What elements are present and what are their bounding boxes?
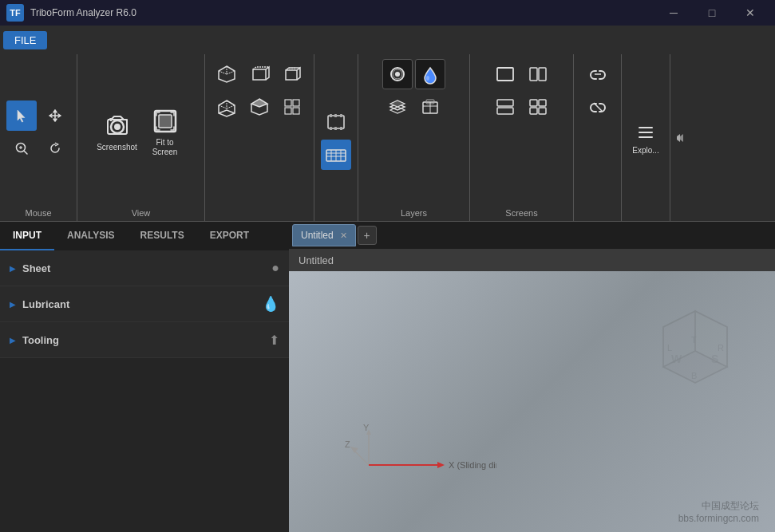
accordion-tooling-header[interactable]: ▶ Tooling ⬆ (0, 322, 289, 357)
tab-results[interactable]: RESULTS (128, 222, 197, 250)
left-panel: INPUT ANALYSIS RESULTS EXPORT ▶ Sheet ● … (0, 222, 289, 532)
canvas-tab-close-icon[interactable]: ✕ (340, 231, 347, 241)
add-canvas-tab-button[interactable]: + (358, 226, 377, 245)
canvas-title-bar: Untitled (289, 249, 775, 271)
app-title: TriboForm Analyzer R6.0 (30, 7, 649, 18)
svg-marker-62 (437, 462, 445, 468)
tab-input[interactable]: INPUT (0, 222, 54, 250)
minimize-button[interactable]: ─ (655, 0, 692, 26)
svg-rect-11 (286, 70, 297, 80)
box-open-button[interactable] (277, 59, 307, 89)
cube-watermark: T L R B W S (647, 303, 743, 402)
svg-text:S: S (711, 353, 718, 365)
box-exploded-button[interactable] (277, 92, 307, 122)
svg-rect-7 (109, 118, 113, 120)
screen-split-v-button[interactable] (490, 92, 520, 122)
close-button[interactable]: ✕ (732, 0, 769, 26)
ribbon-section-objects (205, 54, 314, 221)
ribbon-section-view: Screenshot Fit to Screen View (77, 54, 205, 221)
canvas-tab-untitled[interactable]: Untitled ✕ (292, 224, 356, 246)
screenshot-button[interactable]: Screenshot (97, 105, 138, 160)
svg-rect-39 (539, 68, 546, 81)
window-controls: ─ □ ✕ (655, 0, 769, 26)
accordion-tooling: ▶ Tooling ⬆ (0, 322, 289, 358)
view-section-label: View (132, 205, 151, 218)
watermark-line2: bbs.formingcn.com (678, 513, 759, 524)
coordinate-axis: Y Z X (Sliding direction) (337, 417, 496, 484)
svg-rect-37 (497, 68, 513, 81)
layer-stack-button[interactable] (382, 92, 413, 122)
svg-text:W: W (671, 353, 682, 365)
tab-analysis[interactable]: ANALYSIS (54, 222, 128, 250)
svg-rect-44 (530, 108, 537, 114)
svg-rect-12 (285, 100, 291, 106)
tooling-arrow-icon: ▶ (10, 336, 16, 345)
canvas-tab-label: Untitled (301, 230, 334, 241)
mouse-section-label: Mouse (25, 205, 51, 218)
screen-full-button[interactable] (490, 59, 520, 89)
screens-section-label: Screens (505, 205, 537, 218)
fit-to-screen-button[interactable]: Fit to Screen (144, 105, 186, 160)
title-bar: TF TriboForm Analyzer R6.0 ─ □ ✕ (0, 0, 775, 26)
box-front-button[interactable] (212, 59, 242, 89)
ribbon-section-frames (314, 54, 358, 221)
svg-point-31 (395, 72, 400, 77)
box-bottom-button[interactable] (212, 92, 242, 122)
link-button[interactable] (583, 59, 613, 89)
screen-split-h-button[interactable] (523, 59, 553, 89)
ribbon-section-mouse: Mouse (0, 54, 77, 221)
frame-active-button[interactable] (321, 140, 351, 170)
ribbon-section-screens: Screens (470, 54, 574, 221)
svg-rect-38 (530, 68, 537, 81)
menu-file[interactable]: FILE (3, 31, 47, 49)
layer-circle-button[interactable] (382, 59, 413, 89)
sheet-icon: ● (271, 261, 279, 275)
svg-rect-19 (340, 114, 342, 117)
canvas-tabs: Untitled ✕ + (289, 222, 775, 249)
svg-rect-43 (539, 100, 546, 106)
accordion-lubricant: ▶ Lubricant 💧 (0, 286, 289, 322)
accordion-lubricant-header[interactable]: ▶ Lubricant 💧 (0, 286, 289, 321)
frame-single-button[interactable] (321, 107, 351, 137)
zoom-tool-button[interactable] (6, 133, 37, 164)
sheet-title: Sheet (22, 262, 271, 274)
app-logo: TF (6, 4, 24, 22)
layer-drop-button[interactable] (415, 59, 445, 89)
main-area: INPUT ANALYSIS RESULTS EXPORT ▶ Sheet ● … (0, 222, 775, 532)
tooling-title: Tooling (22, 334, 269, 346)
box-top-button[interactable] (244, 92, 275, 122)
layer-frame-button[interactable] (415, 92, 445, 122)
watermark-text: 中国成型论坛 bbs.formingcn.com (678, 499, 759, 524)
svg-rect-9 (159, 115, 172, 128)
explorer-button[interactable]: Explo... (628, 112, 663, 166)
unlink-button[interactable] (583, 92, 613, 122)
canvas-viewport[interactable]: T L R B W S Y (289, 271, 775, 532)
lubricant-title: Lubricant (22, 298, 262, 310)
watermark-line1: 中国成型论坛 (678, 499, 759, 513)
box-side-button[interactable] (244, 59, 275, 89)
ribbon-scroll-button[interactable] (670, 54, 686, 221)
move-tool-button[interactable] (40, 100, 70, 131)
svg-rect-21 (334, 127, 337, 130)
screen-quad-button[interactable] (523, 92, 553, 122)
svg-rect-17 (330, 114, 332, 117)
svg-text:B: B (691, 371, 697, 380)
rotate-tool-button[interactable] (40, 133, 70, 164)
screenshot-label: Screenshot (97, 143, 137, 152)
select-tool-button[interactable] (6, 100, 37, 131)
tab-export[interactable]: EXPORT (197, 222, 262, 250)
svg-rect-15 (293, 108, 299, 114)
ribbon-section-layers: Layers (358, 54, 470, 221)
maximize-button[interactable]: □ (694, 0, 730, 26)
y-axis-label: Y (363, 423, 370, 432)
svg-rect-13 (293, 100, 299, 106)
svg-rect-45 (539, 108, 546, 114)
accordion-sheet-header[interactable]: ▶ Sheet ● (0, 250, 289, 286)
svg-rect-14 (285, 108, 291, 114)
x-axis-label: X (Sliding direction) (449, 460, 496, 470)
svg-rect-41 (497, 108, 513, 114)
svg-rect-16 (328, 116, 344, 128)
svg-rect-10 (253, 69, 266, 80)
svg-point-32 (426, 76, 429, 81)
canvas-area: Untitled ✕ + Untitled (289, 222, 775, 532)
